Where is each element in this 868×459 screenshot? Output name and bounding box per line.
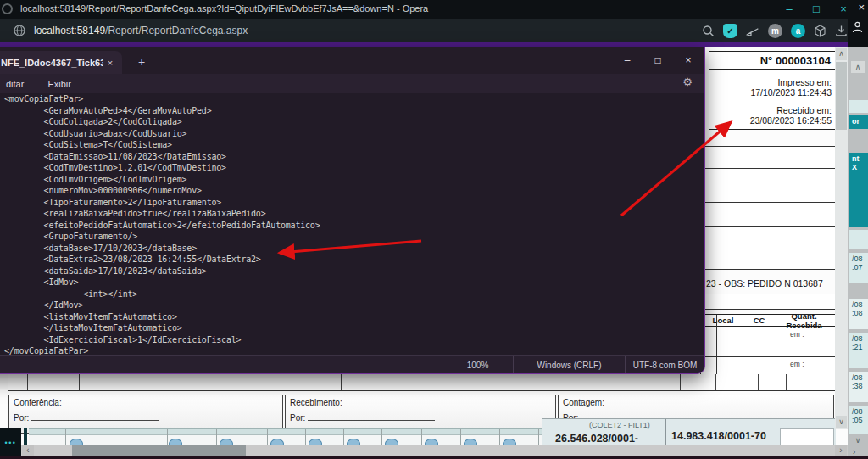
search-icon[interactable] (702, 25, 715, 37)
notepad-maximize-button[interactable]: □ (652, 54, 664, 66)
gear-icon[interactable]: ⚙ (682, 76, 693, 88)
browser-address-bar: localhost:58149/Report/ReportDanfeCega.a… (0, 19, 868, 42)
extension-m-icon[interactable]: m (768, 24, 782, 38)
notepad-close-button[interactable]: × (682, 54, 694, 66)
notepad-title-bar[interactable]: NFE_IDdoc4367_Tick638331 × + – □ × (0, 47, 704, 74)
xml-line: <CodUsuario>abax</CodUsuario> (4, 128, 704, 140)
download-icon[interactable] (835, 25, 848, 37)
url-path: /Report/ReportDanfeCega.aspx (105, 25, 248, 36)
report-vertical-scrollbar[interactable]: ∧ ∨ (835, 47, 848, 429)
grid-cell: or (849, 115, 868, 129)
xml-line: <GeraMovAutoPed>4</GeraMovAutoPed> (4, 105, 704, 117)
xml-line: <efeitoPedidoFatAutomatico>2</efeitoPedi… (4, 220, 704, 232)
xml-line: <DataExtra2>23/08/2023 16:24:55</DataExt… (4, 254, 704, 266)
globe-icon (14, 25, 25, 36)
horizontal-scrollbar[interactable]: ‹ › (21, 445, 848, 456)
grid-cell: /08 :21 (849, 333, 868, 368)
xml-line: <TipoFaturamento>2</TipoFaturamento> (4, 197, 704, 209)
cnpj-value-2: 14.983.418/0001-70 (671, 430, 783, 442)
xml-line: <int></int> (4, 288, 704, 300)
xml-line: <CodColigada>2</CodColigada> (4, 116, 704, 128)
send-flow-icon[interactable] (746, 25, 760, 36)
grid-cell: /08 :07 (849, 253, 868, 283)
xml-line: </listaMovItemFatAutomatico> (4, 322, 704, 334)
xml-line: <DataEmissao>11/08/2023</DataEmissao> (4, 151, 704, 163)
cnpj-value-1: 26.546.028/0001- (555, 433, 638, 445)
scrollbar-thumb[interactable] (72, 445, 246, 456)
xml-line: <dataSaida>17/10/2023</dataSaida> (4, 266, 704, 277)
xml-line: <listaMovItemFatAutomatico> (4, 311, 704, 323)
overflow-menu-button[interactable]: ••• (0, 428, 21, 456)
tab-close-icon[interactable]: × (103, 58, 117, 68)
grid-cell (849, 100, 868, 113)
xml-line: <numeroMov>000000906</numeroMov> (4, 185, 704, 197)
scroll-up-icon[interactable]: ∧ (836, 48, 847, 60)
signature-line (308, 413, 435, 421)
menu-exibir[interactable]: Exibir (47, 79, 71, 89)
scrollbar-thumb[interactable] (836, 62, 847, 130)
xml-line: <IdMov> (4, 277, 704, 288)
items-table-bottom-row (8, 374, 836, 391)
received-at-value: 23/08/2023 16:24:55 (709, 115, 832, 126)
notepad-editor[interactable]: <movCopiaFatPar> <GeraMovAutoPed>4</Gera… (0, 93, 704, 356)
line-ending-indicator[interactable]: Windows (CRLF) (513, 356, 625, 373)
col-header-quant-recebida: Quant. Recebida (773, 311, 835, 330)
xml-line: </IdMov> (4, 299, 704, 311)
encoding-indicator[interactable]: UTF-8 com BOM (625, 356, 704, 373)
scroll-left-icon[interactable]: ‹ (22, 445, 34, 456)
report-rows-box (700, 146, 836, 270)
browser-minimize-button[interactable]: – (783, 0, 795, 19)
url-field[interactable]: localhost:58149/Report/ReportDanfeCega.a… (34, 25, 248, 36)
opera-logo-icon (2, 3, 13, 14)
vpn-shield-icon[interactable]: ✓ (723, 24, 737, 38)
background-app-strip: ∧ or nt X /08 :07 /08 :08 /08 :21 /08 :3… (848, 0, 868, 459)
notepad-menu-bar: ditar Exibir (0, 74, 704, 93)
screen: localhost:58149/Report/ReportDanfeCega.a… (0, 0, 868, 459)
background-grid (29, 428, 542, 445)
person-icon[interactable] (852, 21, 863, 33)
grid-cell: /08 :38 (849, 372, 868, 402)
xml-line: <CodTmvDestino>1.2.01</CodTmvDestino> (4, 162, 704, 174)
tab-title: NFE_IDdoc4367_Tick638331 (1, 58, 103, 68)
background-window-close-icon[interactable]: × (858, 1, 865, 14)
xml-line: <CodSistema>T</CodSistema> (4, 139, 704, 151)
report-obs-text: 23 - OBS: PEDIDO N 013687 (706, 278, 823, 288)
grid-cell: /08 :05 (849, 406, 868, 434)
scroll-up-icon[interactable]: ∧ (851, 61, 865, 73)
filter-note: (COLET2 - FILT1) (589, 421, 650, 429)
printed-at-value: 17/10/2023 11:24:43 (709, 87, 832, 98)
ellipsis-icon: ••• (5, 439, 17, 447)
xml-line: <movCopiaFatPar> (4, 93, 704, 105)
zoom-level[interactable]: 100% (442, 356, 513, 373)
cube-icon[interactable] (814, 25, 826, 37)
xml-line: <GrupoFaturamento/> (4, 231, 704, 243)
report-number: N° 000003104 (709, 52, 835, 70)
grid-header-band (29, 429, 542, 435)
recebimento-label: Recebimento: (290, 398, 555, 407)
notepad-minimize-button[interactable]: – (621, 54, 633, 66)
new-tab-button[interactable]: + (133, 53, 150, 70)
received-at-label: Recebido em: (709, 105, 832, 115)
col-header-local: Local (701, 316, 745, 325)
grid-cell (849, 230, 868, 249)
scroll-down-icon[interactable]: ∨ (851, 435, 865, 445)
menu-editar[interactable]: ditar (6, 79, 24, 89)
printed-at-label: Impresso em: (709, 77, 832, 87)
report-info-box: N° 000003104 Impresso em: 17/10/2023 11:… (709, 51, 836, 130)
xml-line: <IdExercicioFiscal>1</IdExercicioFiscal> (4, 334, 704, 346)
url-host: localhost:58149 (34, 25, 105, 36)
extension-a-icon[interactable]: a (791, 24, 805, 38)
table-cell-em: em : (790, 330, 804, 339)
scroll-right-icon[interactable]: › (853, 447, 855, 456)
notepad-tab[interactable]: NFE_IDdoc4367_Tick638331 × (0, 51, 122, 74)
contagem-label: Contagem: (563, 398, 833, 407)
por-label: Por: (14, 413, 29, 423)
scroll-down-icon[interactable]: ∨ (836, 416, 847, 428)
scroll-right-icon[interactable]: › (835, 445, 847, 456)
table-cell-em: em : (790, 360, 804, 368)
xml-line: <CodTmvOrigem></CodTmvOrigem> (4, 174, 704, 186)
browser-maximize-button[interactable]: □ (810, 0, 822, 19)
notepad-window: NFE_IDdoc4367_Tick638331 × + – □ × ditar… (0, 47, 705, 374)
notepad-status-bar: 100% Windows (CRLF) UTF-8 com BOM (0, 355, 704, 373)
xml-line: <realizaBaixaPedido>true</realizaBaixaPe… (4, 208, 704, 220)
